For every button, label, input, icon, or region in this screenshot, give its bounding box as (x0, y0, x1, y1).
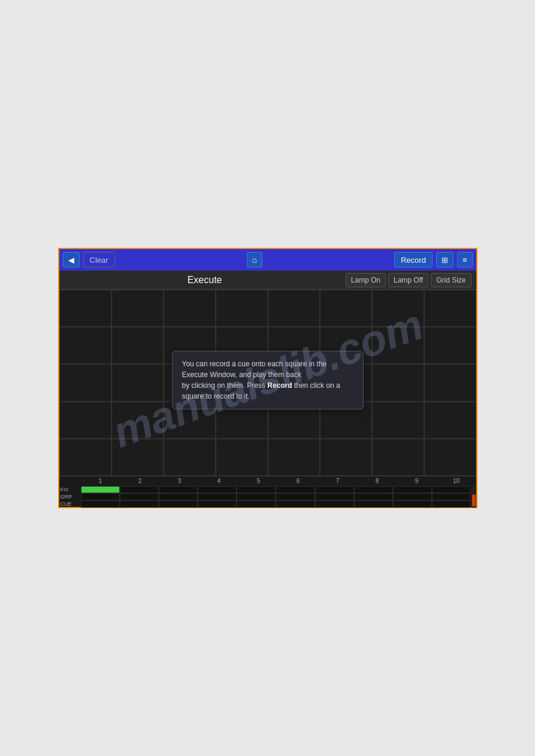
strip-cell-fix-1[interactable] (81, 486, 120, 493)
grid-cell-r1c2[interactable] (111, 290, 164, 327)
strip-row-label-fix: FIX (59, 486, 81, 493)
strip-cell-grp-10[interactable] (432, 493, 471, 500)
strip-cell-grp-1[interactable] (81, 493, 120, 500)
strip-cell-grp-3[interactable] (159, 493, 198, 500)
strip-cell-grp-6[interactable] (276, 493, 315, 500)
tooltip-bold: Record (267, 381, 292, 390)
menu-button[interactable]: ≡ (457, 252, 473, 268)
strip-col-label-4: 4 (200, 476, 239, 486)
strip-cell-cue-9[interactable] (393, 500, 432, 508)
grid-cell-r3c1[interactable] (59, 364, 111, 401)
back-button[interactable]: ◀ (63, 252, 80, 268)
grid-cell-r4c8[interactable] (424, 402, 476, 439)
strip-row-label-grp: GRP (59, 493, 81, 500)
window-title: Execute (64, 275, 346, 286)
strip-cell-fix-6[interactable] (276, 486, 315, 493)
grid-cell-r5c3[interactable] (164, 439, 216, 476)
strip-col-label-1: 1 (81, 476, 120, 486)
strip-cell-grp-7[interactable] (315, 493, 354, 500)
home-icon: ⌂ (252, 255, 257, 265)
strip-cell-fix-9[interactable] (393, 486, 432, 493)
strip-col-label-5: 5 (239, 476, 279, 486)
strip-cell-fix-8[interactable] (354, 486, 393, 493)
grid-cell-r5c5[interactable] (268, 439, 320, 476)
strip-row-labels: FIX GRP CUE (59, 486, 81, 508)
strip-cell-cue-6[interactable] (276, 500, 315, 508)
grid-cell-r4c7[interactable] (372, 402, 424, 439)
grid-cell-r4c1[interactable] (59, 402, 111, 439)
strip-col-label-3: 3 (160, 476, 200, 486)
strip-column-labels: 1 2 3 4 5 6 7 8 9 10 (59, 476, 476, 486)
grid-cell-r2c8[interactable] (424, 327, 476, 364)
toolbar-center: ⌂ (119, 252, 391, 268)
grid-cell-r5c4[interactable] (216, 439, 268, 476)
toolbar: ◀ Clear ⌂ Record ⊞ ≡ (59, 249, 476, 271)
grid-cell-r2c1[interactable] (59, 327, 111, 364)
grid-cell-r2c7[interactable] (372, 327, 424, 364)
strip-row-label-cue: CUE (59, 500, 81, 508)
title-bar: Execute Lamp On Lamp Off Grid Size (59, 271, 476, 290)
toolbar-left: ◀ Clear (63, 252, 115, 268)
lamp-on-button[interactable]: Lamp On (346, 273, 386, 287)
strip-cell-fix-7[interactable] (315, 486, 354, 493)
help-tooltip: You can record a cue onto each square in… (172, 351, 364, 409)
tooltip-line2: by clicking on them. Press (182, 381, 268, 390)
strip-cell-cue-5[interactable] (237, 500, 276, 508)
strip-cell-cue-3[interactable] (159, 500, 198, 508)
strip-cell-cue-7[interactable] (315, 500, 354, 508)
strip-col-label-8: 8 (358, 476, 397, 486)
grid-cell-r2c2[interactable] (111, 327, 164, 364)
grid-size-button[interactable]: Grid Size (431, 273, 471, 287)
grid-cell-r5c6[interactable] (320, 439, 372, 476)
strip-cell-fix-5[interactable] (237, 486, 276, 493)
title-actions: Lamp On Lamp Off Grid Size (346, 273, 471, 287)
strip-cell-cue-8[interactable] (354, 500, 393, 508)
lamp-off-button[interactable]: Lamp Off (388, 273, 428, 287)
strip-cell-cue-2[interactable] (120, 500, 159, 508)
grid-cell-r3c2[interactable] (111, 364, 164, 401)
strip-cell-grp-4[interactable] (198, 493, 237, 500)
back-icon: ◀ (68, 256, 74, 265)
clear-button[interactable]: Clear (83, 252, 115, 268)
strip-cell-grp-8[interactable] (354, 493, 393, 500)
tooltip-line1: You can record a cue onto each square in… (182, 360, 327, 379)
strip-scrollbar[interactable] (471, 486, 476, 508)
strip-cell-grp-9[interactable] (393, 493, 432, 500)
execute-grid: You can record a cue onto each square in… (59, 290, 476, 476)
strip-col-label-10: 10 (437, 476, 476, 486)
grid-cell-r1c1[interactable] (59, 290, 111, 327)
strip-cell-cue-1[interactable] (81, 500, 120, 508)
grid-cell-r5c8[interactable] (424, 439, 476, 476)
grid-cell-r5c2[interactable] (111, 439, 164, 476)
grid-view-button[interactable]: ⊞ (436, 252, 454, 268)
strip-cell-fix-2[interactable] (120, 486, 159, 493)
home-button[interactable]: ⌂ (247, 252, 262, 268)
strip-cell-cue-10[interactable] (432, 500, 471, 508)
menu-icon: ≡ (463, 256, 467, 265)
strip-col-label-7: 7 (318, 476, 358, 486)
record-button[interactable]: Record (394, 252, 433, 268)
grid-cell-r3c8[interactable] (424, 364, 476, 401)
strip-grid (81, 486, 471, 508)
grid-cell-r5c1[interactable] (59, 439, 111, 476)
grid-cell-r1c7[interactable] (372, 290, 424, 327)
strip-cell-grp-5[interactable] (237, 493, 276, 500)
grid-cell-r3c7[interactable] (372, 364, 424, 401)
grid-cell-r1c6[interactable] (320, 290, 372, 327)
strip-cell-fix-3[interactable] (159, 486, 198, 493)
strip-col-label-9: 9 (397, 476, 437, 486)
strip-cell-cue-4[interactable] (198, 500, 237, 508)
strip-cell-fix-10[interactable] (432, 486, 471, 493)
grid-cell-r5c7[interactable] (372, 439, 424, 476)
app-window: ◀ Clear ⌂ Record ⊞ ≡ Execute (58, 248, 477, 508)
grid-cell-r4c2[interactable] (111, 402, 164, 439)
grid-cell-r1c4[interactable] (216, 290, 268, 327)
grid-cell-r1c8[interactable] (424, 290, 476, 327)
strip-col-label-6: 6 (279, 476, 318, 486)
grid-cell-r1c3[interactable] (164, 290, 216, 327)
strip-cell-fix-4[interactable] (198, 486, 237, 493)
grid-cell-r1c5[interactable] (268, 290, 320, 327)
strip-col-label-2: 2 (120, 476, 160, 486)
scrollbar-thumb (472, 494, 476, 506)
strip-cell-grp-2[interactable] (120, 493, 159, 500)
